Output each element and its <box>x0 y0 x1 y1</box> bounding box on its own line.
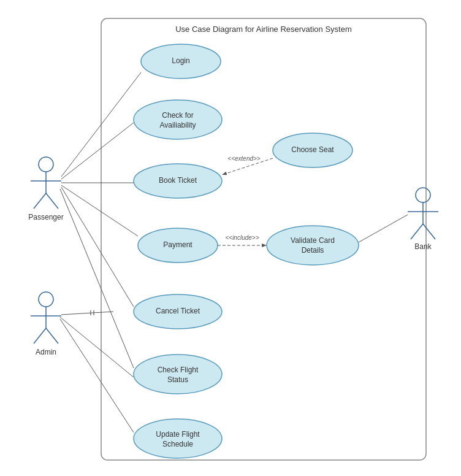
passenger-actor-head <box>39 157 53 172</box>
admin-actor-right-leg <box>46 328 58 344</box>
validate-card-label2: Details <box>302 246 324 255</box>
admin-label: Admin <box>36 348 56 356</box>
check-flight-label2: Status <box>167 375 188 384</box>
cancel-ticket-label: Cancel Ticket <box>156 307 200 315</box>
validate-card-label1: Validate Card <box>291 236 335 245</box>
check-avail-label2: Availiability <box>159 121 196 129</box>
passenger-payment-line <box>61 185 138 236</box>
validate-card-usecase <box>267 226 359 265</box>
admin-actor-left-leg <box>34 328 46 344</box>
bank-actor-head <box>416 188 430 202</box>
passenger-actor-right-leg <box>46 193 58 209</box>
include-label: <<include>> <box>225 234 259 241</box>
bank-actor-right-leg <box>423 224 435 239</box>
extend-label: <<extend>> <box>227 155 261 162</box>
bank-actor-left-leg <box>411 224 423 239</box>
book-ticket-label: Book Ticket <box>159 176 197 185</box>
login-label: Login <box>172 56 189 65</box>
passenger-cancelticket-line <box>61 187 134 307</box>
diagram-title: Use Case Diagram for Airline Reservation… <box>175 25 352 34</box>
check-avail-label1: Check for <box>162 111 193 120</box>
check-flight-label1: Check Flight <box>158 366 199 374</box>
passenger-actor-left-leg <box>34 193 46 209</box>
admin-updateflight-line <box>60 319 134 432</box>
update-flight-label1: Update Flight <box>156 430 200 439</box>
passenger-label: Passenger <box>28 213 63 221</box>
passenger-checkavail-line <box>61 123 134 179</box>
admin-checkflight-line <box>60 317 134 377</box>
payment-label: Payment <box>163 240 192 249</box>
admin-actor-head <box>39 292 53 307</box>
bank-label: Bank <box>414 242 432 251</box>
update-flight-label2: Schedule <box>162 440 193 448</box>
bank-validate-line <box>359 215 408 242</box>
passenger-checkflight-line <box>60 189 134 368</box>
admin-cancelticket-line <box>61 312 113 315</box>
diagram-container: Use Case Diagram for Airline Reservation… <box>6 6 454 470</box>
choose-seat-label: Choose Seat <box>291 145 334 154</box>
